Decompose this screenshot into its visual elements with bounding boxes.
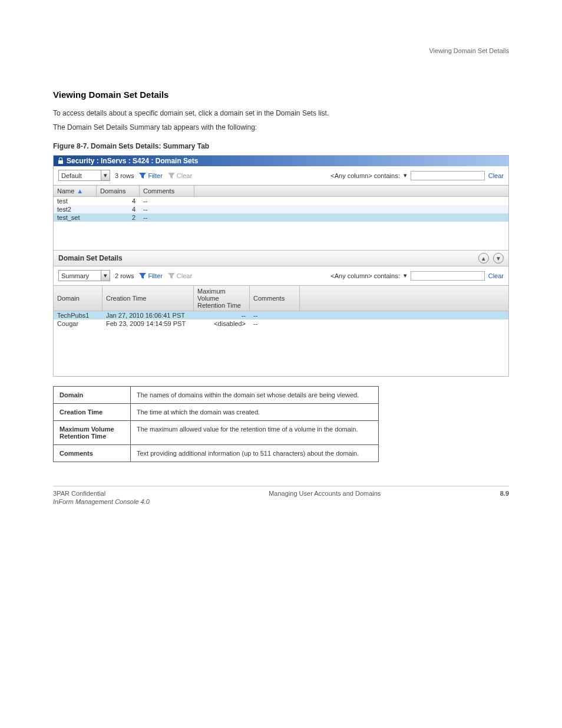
expand-down-icon[interactable]: ▼ xyxy=(493,253,504,263)
details-filter-button[interactable]: Filter xyxy=(138,272,162,279)
clear-link[interactable]: Clear xyxy=(488,172,504,179)
clear-filter-label: Clear xyxy=(177,172,192,179)
filter-input[interactable] xyxy=(411,171,485,180)
details-grid-header: Domain Creation Time Maximum Volume Rete… xyxy=(54,285,508,311)
col-comments[interactable]: Comments xyxy=(140,186,194,196)
dropdown-value: Default xyxy=(61,172,82,179)
chevron-down-icon: ▾ xyxy=(101,170,110,180)
table-row: DomainThe names of domains within the do… xyxy=(54,387,379,404)
clear-filter-icon xyxy=(167,172,176,179)
panel-titlebar: Security : InServs : S424 : Domain Sets xyxy=(54,156,508,166)
details-header: Domain Set Details ▲ ▼ xyxy=(54,250,508,266)
table-row[interactable]: test2 4 -- xyxy=(54,205,508,213)
filter-column-label: <Any column> contains: xyxy=(330,172,399,179)
filter-column-label: <Any column> contains: xyxy=(330,272,399,279)
table-row[interactable]: TechPubs1 Jan 27, 2010 16:06:41 PST -- -… xyxy=(54,311,508,319)
footer-rev: InForm Management Console 4.0 xyxy=(53,498,150,505)
clear-filter-label: Clear xyxy=(177,272,192,279)
filter-icon xyxy=(138,272,147,279)
col-maxvolret[interactable]: Maximum Volume Retention Time xyxy=(194,286,250,311)
details-title: Domain Set Details xyxy=(58,254,123,262)
details-rows-count: 2 rows xyxy=(115,272,134,279)
clear-filter-icon xyxy=(167,272,176,279)
titlebar-text: Security : InServs : S424 : Domain Sets xyxy=(67,157,198,165)
figure-caption: Figure 8-7. Domain Sets Details: Summary… xyxy=(53,142,509,150)
dropdown-value: Summary xyxy=(61,272,89,279)
table-row[interactable]: Cougar Feb 23, 2009 14:14:59 PST <disabl… xyxy=(54,319,508,328)
table-row: Creation TimeThe time at which the domai… xyxy=(54,404,379,421)
col-creationtime[interactable]: Creation Time xyxy=(103,286,194,311)
paragraph-1: To access details about a specific domai… xyxy=(53,108,509,118)
description-table: DomainThe names of domains within the do… xyxy=(53,386,379,462)
filter-button[interactable]: Filter xyxy=(138,172,162,179)
rows-count: 3 rows xyxy=(115,172,134,179)
filter-dropdown-arrow[interactable]: ▾ xyxy=(404,172,407,179)
lock-icon xyxy=(57,157,64,164)
filter-input[interactable] xyxy=(411,271,485,281)
col-comments2[interactable]: Comments xyxy=(250,286,300,311)
filter-icon xyxy=(138,172,147,179)
domain-sets-panel: Security : InServs : S424 : Domain Sets … xyxy=(53,155,509,377)
top-grid-header: Name ▲ Domains Comments xyxy=(54,185,508,197)
footer-pagenum: 8.9 xyxy=(500,490,509,505)
sort-asc-icon: ▲ xyxy=(77,187,83,195)
collapse-up-icon[interactable]: ▲ xyxy=(478,253,489,263)
filter-label: Filter xyxy=(148,172,162,179)
col-name[interactable]: Name ▲ xyxy=(54,186,97,196)
details-grid-body: TechPubs1 Jan 27, 2010 16:06:41 PST -- -… xyxy=(54,311,508,376)
view-dropdown[interactable]: Default ▾ xyxy=(58,170,110,181)
filter-dropdown-arrow[interactable]: ▾ xyxy=(404,272,407,279)
details-toolbar: Summary ▾ 2 rows Filter Clear <Any colum… xyxy=(54,266,508,285)
clear-filter-button[interactable]: Clear xyxy=(167,172,192,179)
footer-mid: Managing User Accounts and Domains xyxy=(269,490,381,505)
col-domains[interactable]: Domains xyxy=(97,186,140,196)
footer-left: 3PAR Confidential xyxy=(53,490,150,497)
top-grid-body: test 4 -- test2 4 -- test_set 2 -- xyxy=(54,197,508,250)
col-domain[interactable]: Domain xyxy=(54,286,103,311)
details-clear-button[interactable]: Clear xyxy=(167,272,192,279)
paragraph-2: The Domain Set Details Summary tab appea… xyxy=(53,122,509,133)
table-row[interactable]: test_set 2 -- xyxy=(54,213,508,222)
top-toolbar: Default ▾ 3 rows Filter Clear <Any colum… xyxy=(54,166,508,185)
doc-header: Viewing Domain Set Details xyxy=(53,47,509,54)
details-view-dropdown[interactable]: Summary ▾ xyxy=(58,270,110,281)
table-row: Maximum Volume Retention TimeThe maximum… xyxy=(54,421,379,445)
clear-link[interactable]: Clear xyxy=(488,272,504,279)
table-row[interactable]: test 4 -- xyxy=(54,197,508,205)
section-title: Viewing Domain Set Details xyxy=(53,90,509,100)
chevron-down-icon: ▾ xyxy=(101,271,110,281)
doc-footer: 3PAR Confidential InForm Management Cons… xyxy=(53,486,509,505)
filter-label: Filter xyxy=(148,272,162,279)
header-right: Viewing Domain Set Details xyxy=(429,47,509,54)
table-row: CommentsText providing additional inform… xyxy=(54,445,379,462)
